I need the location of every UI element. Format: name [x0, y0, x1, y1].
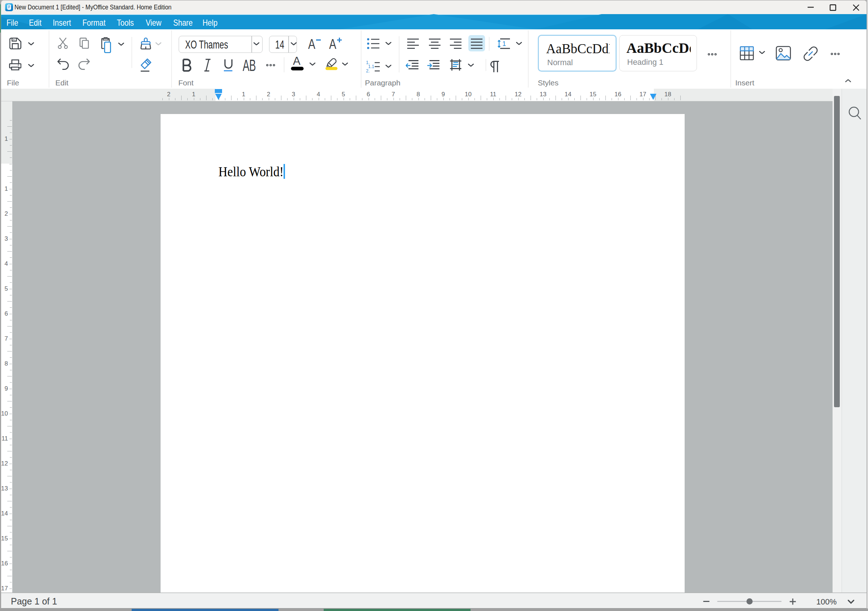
svg-text:1: 1	[502, 40, 506, 47]
svg-text:2.: 2.	[366, 68, 370, 73]
